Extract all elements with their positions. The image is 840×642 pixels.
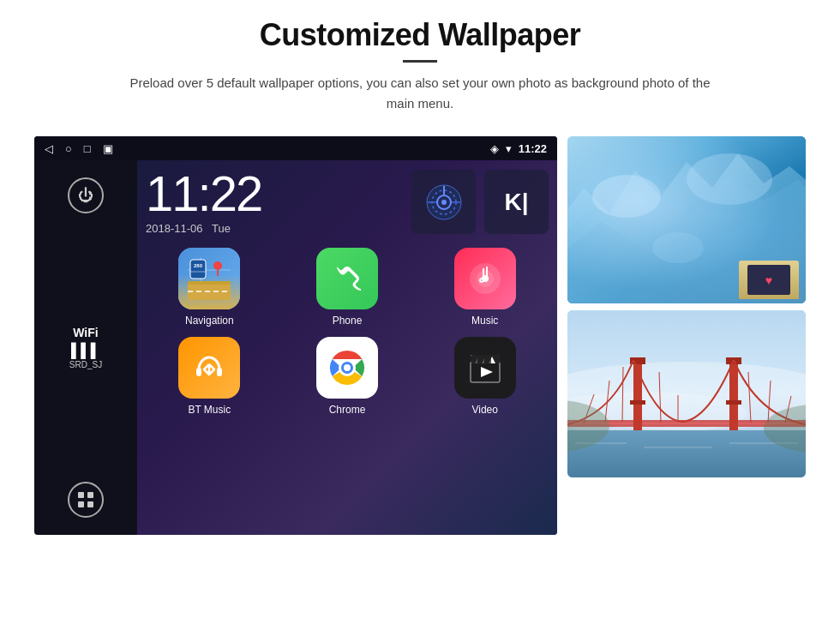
signal-widget (411, 170, 476, 234)
overlay-device: ♥ (739, 261, 799, 299)
wallpaper-ice: ♥ (567, 136, 806, 303)
svg-point-16 (213, 261, 222, 270)
chrome-svg-icon (321, 342, 373, 393)
svg-rect-2 (78, 501, 84, 507)
screen-main: 11:22 2018-11-06 Tue (137, 160, 557, 535)
app-item-video[interactable]: Video (421, 337, 549, 416)
video-label: Video (471, 404, 497, 416)
clock-widgets: K| (411, 170, 549, 234)
wifi-icon: ▾ (506, 142, 512, 155)
clock-date: 2018-11-06 Tue (146, 222, 394, 235)
app-item-chrome[interactable]: Chrome (284, 337, 411, 416)
svg-text:280: 280 (194, 263, 203, 268)
grid-icon (76, 490, 95, 509)
phone-label: Phone (333, 315, 363, 327)
back-icon[interactable]: ◁ (45, 142, 53, 155)
overlay-screen: ♥ (747, 265, 790, 295)
svg-rect-0 (78, 492, 84, 498)
page-container: Customized Wallpaper Preload over 5 defa… (0, 0, 840, 642)
chrome-label: Chrome (329, 404, 366, 416)
svg-rect-24 (196, 368, 201, 376)
svg-rect-58 (726, 400, 741, 405)
clock-section: 11:22 2018-11-06 Tue (146, 169, 549, 235)
svg-point-41 (592, 175, 661, 218)
clock-display: 11:22 2018-11-06 Tue (146, 169, 394, 235)
status-right-icons: ◈ ▾ 11:22 (490, 142, 547, 155)
page-subtitle: Preload over 5 default wallpaper options… (120, 73, 720, 114)
wifi-network: SRD_SJ (69, 360, 102, 369)
app-item-btmusic[interactable]: BT Music (146, 337, 273, 416)
screenshot-icon[interactable]: ▣ (103, 142, 113, 155)
letter-widget: K| (484, 170, 549, 234)
content-area: ◁ ○ □ ▣ ◈ ▾ 11:22 ⏻ (34, 136, 806, 535)
screen-body: ⏻ WiFi ▌▌▌ SRD_SJ (34, 160, 557, 535)
svg-rect-55 (630, 400, 645, 405)
app-item-navigation[interactable]: 280 Navigation (146, 248, 273, 327)
wifi-info: WiFi ▌▌▌ SRD_SJ (69, 326, 102, 369)
apps-grid-button[interactable] (68, 482, 104, 518)
title-divider (403, 60, 437, 63)
device-screen: ◁ ○ □ ▣ ◈ ▾ 11:22 ⏻ (34, 136, 557, 535)
power-icon: ⏻ (78, 187, 93, 205)
wallpaper-previews: ♥ (567, 136, 806, 477)
video-icon (454, 337, 516, 399)
svg-rect-12 (188, 281, 231, 285)
wallpaper-bridge-item[interactable] (567, 310, 806, 477)
btmusic-label: BT Music (188, 404, 231, 416)
bridge-svg (567, 310, 806, 477)
power-button[interactable]: ⏻ (68, 177, 104, 213)
music-icon (454, 248, 516, 309)
svg-point-42 (687, 153, 772, 205)
svg-rect-25 (217, 368, 222, 376)
wallpaper-bridge (567, 310, 806, 477)
btmusic-svg-icon (192, 351, 226, 385)
svg-rect-53 (633, 357, 642, 430)
location-icon: ◈ (490, 142, 499, 155)
phone-icon (316, 248, 378, 309)
video-svg-icon (465, 348, 505, 387)
svg-rect-3 (87, 501, 93, 507)
overlay-heart: ♥ (765, 273, 772, 287)
music-label: Music (471, 315, 498, 327)
status-time: 11:22 (519, 142, 547, 155)
navigation-icon: 280 (178, 248, 240, 309)
app-item-phone[interactable]: Phone (284, 248, 411, 327)
antenna-icon (424, 183, 464, 222)
navigation-label: Navigation (185, 315, 234, 327)
chrome-icon (316, 337, 378, 399)
home-icon[interactable]: ○ (65, 142, 72, 155)
page-title: Customized Wallpaper (120, 17, 720, 53)
title-section: Customized Wallpaper Preload over 5 defa… (120, 17, 720, 129)
app-item-music[interactable]: Music (421, 248, 549, 327)
status-left-icons: ◁ ○ □ ▣ (45, 142, 113, 155)
music-svg-icon (468, 261, 502, 296)
phone-svg-icon (330, 261, 364, 296)
recents-icon[interactable]: □ (84, 142, 91, 155)
wifi-bars: ▌▌▌ (69, 343, 102, 358)
wallpaper-ice-item[interactable]: ♥ (567, 136, 806, 303)
sidebar: ⏻ WiFi ▌▌▌ SRD_SJ (34, 160, 137, 535)
svg-rect-1 (87, 492, 93, 498)
btmusic-icon (178, 337, 240, 399)
status-bar: ◁ ○ □ ▣ ◈ ▾ 11:22 (34, 136, 557, 160)
widget-letter-k: K| (504, 189, 528, 216)
nav-map-icon: 280 (188, 257, 231, 300)
app-grid: 280 Navigation (146, 248, 549, 416)
svg-point-43 (652, 232, 704, 263)
svg-point-28 (344, 364, 351, 371)
clock-time: 11:22 (146, 169, 394, 219)
svg-point-7 (441, 200, 447, 205)
wifi-label: WiFi (69, 326, 102, 339)
